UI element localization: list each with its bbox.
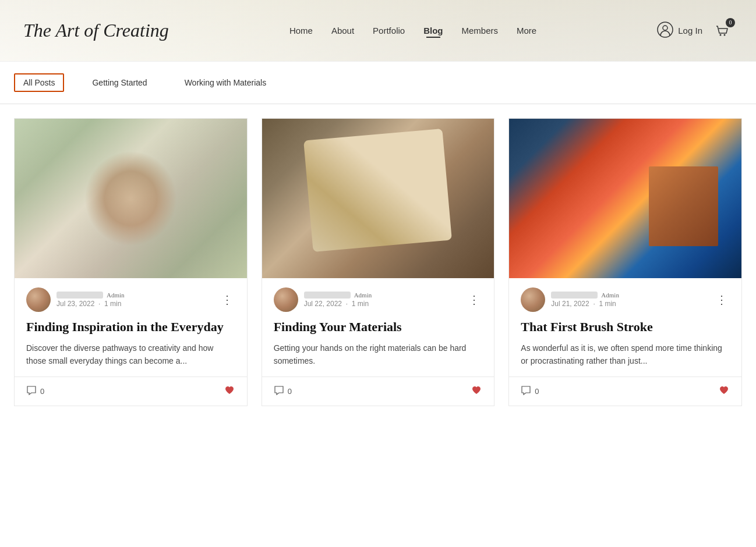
post-meta-1: Jul 23, 2022 · 1 min [56,300,125,308]
post-title-3: That First Brush Stroke [521,319,730,336]
avatar-2 [274,287,298,312]
card-body-2: Admin Jul 22, 2022 · 1 min ⋮ Finding You… [262,278,494,376]
author-name-row-3: Admin [551,292,619,299]
nav-home[interactable]: Home [289,26,313,35]
user-icon [657,22,673,40]
card-footer-3: 0 [509,376,741,406]
svg-point-0 [658,22,673,37]
like-button-3[interactable] [718,384,730,399]
header: The Art of Creating Home About Portfolio… [0,0,756,62]
avatar-1 [26,287,51,312]
author-row-3: Admin Jul 21, 2022 · 1 min ⋮ [521,287,730,312]
card-body-3: Admin Jul 21, 2022 · 1 min ⋮ That First … [509,278,741,376]
blog-grid: Admin Jul 23, 2022 · 1 min ⋮ Finding Ins… [0,104,756,420]
post-more-button-1[interactable]: ⋮ [219,294,235,306]
heart-icon-2 [471,384,482,396]
post-card-2[interactable]: Admin Jul 22, 2022 · 1 min ⋮ Finding You… [262,118,495,406]
post-excerpt-1: Discover the diverse pathways to creativ… [26,342,235,368]
like-button-1[interactable] [224,384,235,399]
post-meta-2: Jul 22, 2022 · 1 min [304,300,372,308]
post-card-3[interactable]: Admin Jul 21, 2022 · 1 min ⋮ That First … [508,118,742,406]
admin-badge-3: Admin [601,292,619,299]
nav-members[interactable]: Members [461,26,498,35]
author-info-2: Admin Jul 22, 2022 · 1 min [274,287,372,312]
post-image-2 [262,119,494,278]
svg-point-1 [663,26,667,30]
filter-bar: All Posts Getting Started Working with M… [0,62,756,104]
svg-point-3 [723,34,725,35]
author-name-row-2: Admin [304,292,372,299]
cart-button[interactable]: 0 [712,20,733,41]
post-card-1[interactable]: Admin Jul 23, 2022 · 1 min ⋮ Finding Ins… [14,118,248,406]
filter-getting-started[interactable]: Getting Started [83,73,156,92]
heart-icon-3 [718,384,730,396]
main-nav: Home About Portfolio Blog Members More [289,26,536,35]
header-actions: Log In 0 [657,20,733,41]
post-excerpt-2: Getting your hands on the right material… [274,342,483,368]
card-footer-2: 0 [262,376,494,406]
avatar-3 [521,287,545,312]
post-image-1 [15,119,247,278]
nav-blog[interactable]: Blog [423,26,443,35]
filter-working-with-materials[interactable]: Working with Materials [175,73,276,92]
author-name-blur-2 [304,292,351,299]
post-more-button-3[interactable]: ⋮ [713,294,730,306]
author-row-1: Admin Jul 23, 2022 · 1 min ⋮ [26,287,235,312]
author-row-2: Admin Jul 22, 2022 · 1 min ⋮ [274,287,483,312]
comment-icon-2 [274,385,284,397]
nav-about[interactable]: About [331,26,354,35]
comment-count-1: 0 [26,385,44,397]
svg-point-2 [719,34,721,35]
author-meta-2: Admin Jul 22, 2022 · 1 min [304,292,372,308]
filter-all-posts[interactable]: All Posts [14,73,64,92]
admin-badge-1: Admin [107,292,125,299]
login-button[interactable]: Log In [657,22,702,40]
author-info-3: Admin Jul 21, 2022 · 1 min [521,287,619,312]
comment-icon-3 [521,385,531,397]
comment-icon-1 [26,385,37,397]
author-name-blur-3 [551,292,598,299]
card-body-1: Admin Jul 23, 2022 · 1 min ⋮ Finding Ins… [15,278,247,376]
post-title-1: Finding Inspiration in the Everyday [26,319,235,336]
author-name-blur-1 [56,292,103,299]
post-more-button-2[interactable]: ⋮ [466,294,482,306]
cart-count: 0 [726,18,735,27]
heart-icon-1 [224,384,235,396]
post-meta-3: Jul 21, 2022 · 1 min [551,300,619,308]
author-meta-1: Admin Jul 23, 2022 · 1 min [56,292,125,308]
site-title: The Art of Creating [23,20,169,41]
login-label: Log In [678,26,702,35]
author-name-row-1: Admin [56,292,125,299]
admin-badge-2: Admin [354,292,372,299]
nav-more[interactable]: More [517,26,536,35]
author-meta-3: Admin Jul 21, 2022 · 1 min [551,292,619,308]
nav-portfolio[interactable]: Portfolio [373,26,405,35]
post-excerpt-3: As wonderful as it is, we often spend mo… [521,342,730,368]
comment-count-2: 0 [274,385,292,397]
post-title-2: Finding Your Materials [274,319,483,336]
post-image-3 [509,119,741,278]
author-info-1: Admin Jul 23, 2022 · 1 min [26,287,125,312]
like-button-2[interactable] [471,384,482,399]
card-footer-1: 0 [15,376,247,406]
comment-count-3: 0 [521,385,539,397]
